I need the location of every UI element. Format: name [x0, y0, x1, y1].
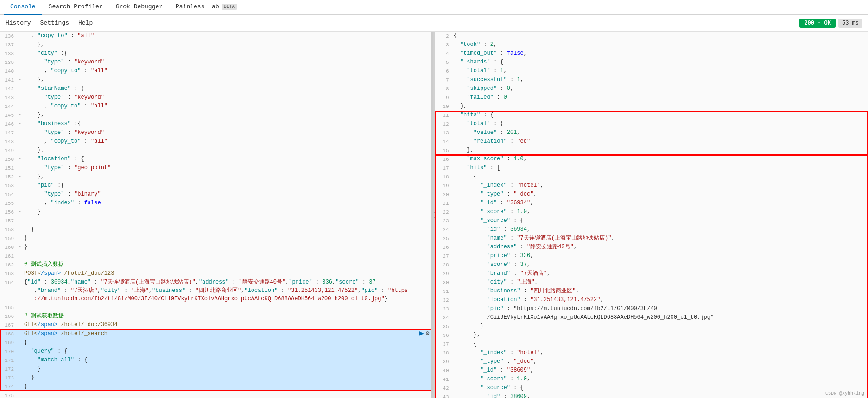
right-line-40: 40 "_id" : "38609",: [435, 366, 868, 375]
left-line-172: 172 }: [0, 365, 431, 373]
left-line-143: 143 "type" : "keyword": [0, 93, 431, 102]
left-line-139: 139 "type" : "keyword": [0, 58, 431, 67]
left-line-171: 171 "match_all" : {: [0, 356, 431, 365]
right-line-21: 21 "_id" : "36934",: [435, 199, 868, 208]
time-badge: 53 ms: [838, 19, 862, 28]
right-line-41: 41 "_score" : 1.0,: [435, 375, 868, 384]
left-line-157: 157: [0, 216, 431, 225]
left-line-146: 146- "business" :{: [0, 120, 431, 128]
watermark: CSDN @xyhhking: [825, 391, 864, 396]
right-line-17: 17 "hits" : [: [435, 164, 868, 172]
left-line-164: 164{"id" : 36934,"name" : "7天连锁酒店(上海宝山路地…: [0, 278, 431, 303]
left-line-151: 151 "type" : "geo_point": [0, 164, 431, 172]
left-line-140: 140 , "copy_to" : "all": [0, 67, 431, 76]
right-line-30: 30 "city" : "上海",: [435, 278, 868, 287]
tab-console[interactable]: Console: [4, 0, 42, 15]
right-line-7: 7 "successful" : 1,: [435, 76, 868, 84]
left-code-area: 136 , "copy_to" : "all"137- },138- "city…: [0, 32, 431, 398]
right-line-15: 15 },: [435, 146, 868, 155]
run-button[interactable]: ▶: [419, 329, 424, 338]
wrench-button[interactable]: ⚙: [426, 329, 430, 338]
right-line-16: 16 "max_score" : 1.0,: [435, 155, 868, 164]
right-code-area: 2{3 "took" : 2,4 "timed_out" : false,5 "…: [435, 32, 868, 398]
left-line-154: 154 "type" : "binary": [0, 190, 431, 199]
right-line-35: 35 }: [435, 322, 868, 331]
left-line-136: 136 , "copy_to" : "all": [0, 32, 431, 40]
left-line-162: 162# 测试插入数据: [0, 260, 431, 269]
left-line-166: 166# 测试获取数据: [0, 312, 431, 321]
left-line-170: 170 "query" : {: [0, 347, 431, 356]
status-badge: 200 - OK: [799, 19, 836, 28]
right-line-14: 14 "relation" : "eq": [435, 137, 868, 146]
secondary-nav-left: History Settings Help: [6, 18, 93, 28]
right-line-27: 27 "price" : 336,: [435, 252, 868, 260]
right-line-23: 23 "_source" : {: [435, 216, 868, 225]
right-line-13: 13 "value" : 201,: [435, 128, 868, 137]
nav-help[interactable]: Help: [78, 18, 93, 28]
right-line-37: 37 {: [435, 340, 868, 348]
nav-history[interactable]: History: [6, 18, 31, 28]
left-line-158: 158- }: [0, 225, 431, 234]
right-line-4: 4 "timed_out" : false,: [435, 49, 868, 58]
right-line-8: 8 "skipped" : 0,: [435, 84, 868, 93]
right-line-29: 29 "brand" : "7天酒店",: [435, 269, 868, 278]
left-line-149: 149- },: [0, 146, 431, 155]
right-line-38: 38 "_index" : "hotel",: [435, 348, 868, 357]
right-line-10: 10 },: [435, 102, 868, 111]
left-line-148: 148 , "copy_to" : "all": [0, 137, 431, 146]
left-line-161: 161: [0, 252, 431, 260]
right-line-25: 25 "name" : "7天连锁酒店(上海宝山路地铁站店)",: [435, 234, 868, 243]
left-line-174: 174}: [0, 382, 431, 391]
left-line-160: 160-}: [0, 243, 431, 252]
tab-grok-debugger[interactable]: Grok Debugger: [109, 0, 169, 15]
right-line-32: 32 "location" : "31.251433,121.47522",: [435, 296, 868, 304]
right-line-26: 26 "address" : "静安交通路40号",: [435, 243, 868, 252]
left-line-163: 163POST</span> /hotel/_doc/123: [0, 269, 431, 278]
right-line-12: 12 "total" : {: [435, 120, 868, 128]
left-line-141: 141- },: [0, 76, 431, 84]
left-line-169: 169{: [0, 338, 431, 347]
nav-settings[interactable]: Settings: [40, 18, 69, 28]
left-line-168: 168GET</span> /hotel/_search▶⚙: [0, 329, 431, 338]
left-line-167: 167GET</span> /hotel/_doc/36934: [0, 321, 431, 329]
left-line-156: 156- }: [0, 208, 431, 216]
secondary-nav: History Settings Help 200 - OK 53 ms: [0, 15, 868, 32]
left-line-159: 159-}: [0, 234, 431, 243]
left-line-165: 165: [0, 303, 431, 312]
left-line-137: 137- },: [0, 40, 431, 49]
right-panel[interactable]: 2{3 "took" : 2,4 "timed_out" : false,5 "…: [435, 32, 868, 398]
right-line-33: 33 "pic" : "https://m.tuniucdn.com/fb2/t…: [435, 304, 868, 313]
left-line-155: 155 , "index" : false: [0, 199, 431, 208]
right-line-5: 5 "_shards" : {: [435, 58, 868, 67]
right-line-18: 18 {: [435, 172, 868, 181]
right-line-31: 31 "business" : "四川北路商业区",: [435, 287, 868, 296]
left-line-152: 152- },: [0, 172, 431, 181]
status-area: 200 - OK 53 ms: [799, 19, 862, 28]
left-line-142: 142- "starName" : {: [0, 84, 431, 93]
left-line-153: 153- "pic" :{: [0, 181, 431, 190]
right-line-22: 22 "_score" : 1.0,: [435, 208, 868, 216]
right-line-39: 39 "_type" : "_doc",: [435, 357, 868, 366]
tab-painless-lab[interactable]: Painless Lab BETA: [169, 0, 244, 15]
right-line-6: 6 "total" : 1,: [435, 67, 868, 76]
right-line-2: 2{: [435, 32, 868, 40]
left-line-144: 144 , "copy_to" : "all": [0, 102, 431, 111]
right-line-28: 28 "score" : 37,: [435, 260, 868, 269]
main-content: 136 , "copy_to" : "all"137- },138- "city…: [0, 32, 868, 398]
left-line-138: 138- "city" :{: [0, 49, 431, 58]
left-line-175: 175: [0, 391, 431, 398]
right-line-3: 3 "took" : 2,: [435, 40, 868, 49]
right-line-19: 19 "_index" : "hotel",: [435, 181, 868, 190]
right-line-36: 36 },: [435, 331, 868, 340]
right-line-34: 34 /Cii9EVkyLrKIXo1vAAHgrxo_pUcAALcKQLD6…: [435, 313, 868, 322]
right-line-24: 24 "id" : 36934,: [435, 225, 868, 234]
right-line-42: 42 "_source" : {: [435, 384, 868, 392]
left-line-150: 150- "location" : {: [0, 155, 431, 164]
left-panel[interactable]: 136 , "copy_to" : "all"137- },138- "city…: [0, 32, 433, 398]
left-line-147: 147 "type" : "keyword": [0, 128, 431, 137]
beta-badge: BETA: [222, 4, 237, 10]
right-line-11: 11 "hits" : {: [435, 111, 868, 120]
left-line-173: 173 }: [0, 373, 431, 382]
tab-search-profiler[interactable]: Search Profiler: [42, 0, 109, 15]
top-nav: Console Search Profiler Grok Debugger Pa…: [0, 0, 868, 15]
